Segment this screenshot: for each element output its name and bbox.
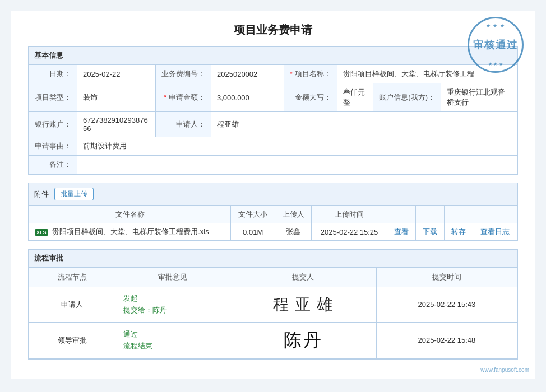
col-submitter: 提交人 (230, 268, 376, 287)
file-uploader: 张鑫 (275, 223, 312, 241)
opinion-line1: 通过 (123, 329, 221, 340)
attachment-table: 文件名称 文件大小 上传人 上传时间 XLS 贵阳项目样板间、大堂、电梯厅装修工… (29, 206, 517, 241)
bank-account-label: 银行账户： (29, 112, 77, 137)
process-opinion: 通过 流程结束 (115, 322, 230, 358)
col-filesize: 文件大小 (231, 206, 275, 223)
col-uploader: 上传人 (275, 206, 312, 223)
batch-upload-button[interactable]: 批量上传 (54, 188, 94, 200)
file-type-icon: XLS (35, 229, 48, 236)
date-label: 日期： (29, 65, 77, 83)
process-opinion: 发起 提交给：陈丹 (115, 287, 230, 323)
process-signature: 程 亚 雄 (230, 287, 376, 323)
col-filename: 文件名称 (29, 206, 231, 223)
file-save-link[interactable]: 转存 (444, 223, 473, 241)
col-submit-time: 提交时间 (376, 268, 517, 287)
amount-label: * 申请金额： (156, 83, 211, 112)
amount-big-value: 叁仟元整 (337, 83, 373, 112)
applicant-value: 程亚雄 (211, 112, 284, 137)
applicant-label: 申请人： (156, 112, 211, 137)
col-action1 (387, 206, 415, 223)
stamp-stars-bottom: ★ ★ ★ (488, 62, 502, 67)
col-opinion: 审批意见 (115, 268, 230, 287)
col-upload-time: 上传时间 (312, 206, 387, 223)
file-log-link[interactable]: 查看日志 (473, 223, 517, 241)
col-action3 (444, 206, 473, 223)
process-node: 领导审批 (29, 322, 115, 358)
project-type-value: 装饰 (77, 83, 156, 112)
amount-big-label: 金额大写： (284, 83, 337, 112)
opinion-line2: 提交给：陈丹 (123, 305, 221, 316)
process-header-row: 流程节点 审批意见 提交人 提交时间 (29, 268, 517, 287)
file-download-link[interactable]: 下载 (415, 223, 444, 241)
process-row: 领导审批 通过 流程结束 陈丹 2025-02-22 15:48 (29, 322, 517, 358)
process-node: 申请人 (29, 287, 115, 323)
date-value: 2025-02-22 (77, 65, 156, 83)
attachment-section: 附件 批量上传 文件名称 文件大小 上传人 上传时间 XLS (28, 183, 518, 241)
signature-text: 程 亚 雄 (238, 295, 368, 314)
empty-cell (284, 112, 517, 137)
file-name-cell: XLS 贵阳项目样板间、大堂、电梯厅装修工程费用.xls (29, 223, 231, 241)
biz-code-value: 2025020002 (211, 65, 284, 83)
reason-value: 前期设计费用 (77, 137, 517, 156)
table-header-row: 文件名称 文件大小 上传人 上传时间 (29, 206, 517, 223)
table-row: 银行账户： 672738291029387656 申请人： 程亚雄 (29, 112, 517, 137)
account-info-value: 重庆银行江北观音桥支行 (441, 83, 517, 112)
attachment-label: 附件 (34, 189, 49, 199)
stamp-text-main: 审核通过 (473, 38, 518, 52)
col-action2 (415, 206, 444, 223)
table-row: 日期： 2025-02-22 业务费编号： 2025020002 * 项目名称：… (29, 65, 517, 83)
process-signature: 陈丹 (230, 322, 376, 358)
file-view-link[interactable]: 查看 (387, 223, 415, 241)
watermark: www.fanpusoft.com (480, 367, 529, 373)
file-name: 贵阳项目样板间、大堂、电梯厅装修工程费用.xls (52, 227, 209, 236)
process-submit-time: 2025-02-22 15:43 (376, 287, 517, 323)
remark-value (77, 156, 517, 174)
page-container: ★ ★ ★ 审核通过 ★ ★ ★ 项目业务费申请 基本信息 日期： 2025-0… (11, 11, 535, 379)
process-section: 流程审批 流程节点 审批意见 提交人 提交时间 申请人 发起 提交给：陈丹 程 … (28, 249, 518, 360)
opinion-line1: 发起 (123, 293, 221, 305)
table-row: 项目类型： 装饰 * 申请金额： 3,000.000 金额大写： 叁仟元整 账户… (29, 83, 517, 112)
remark-label: 备注： (29, 156, 77, 174)
basic-info-table: 日期： 2025-02-22 业务费编号： 2025020002 * 项目名称：… (29, 64, 517, 174)
process-submit-time: 2025-02-22 15:48 (376, 322, 517, 358)
basic-info-header: 基本信息 (29, 47, 517, 64)
col-node: 流程节点 (29, 268, 115, 287)
project-name-label: * 项目名称： (284, 65, 337, 83)
file-upload-time: 2025-02-22 15:25 (312, 223, 387, 241)
project-type-label: 项目类型： (29, 83, 77, 112)
stamp-stars-top: ★ ★ ★ (486, 23, 505, 29)
amount-value: 3,000.000 (211, 83, 284, 112)
signature-text: 陈丹 (238, 328, 368, 353)
approval-stamp: ★ ★ ★ 审核通过 ★ ★ ★ (468, 17, 524, 73)
biz-code-label: 业务费编号： (156, 65, 211, 83)
table-row: 备注： (29, 156, 517, 174)
page-title: 项目业务费申请 (28, 22, 518, 38)
reason-label: 申请事由： (29, 137, 77, 156)
table-row: 申请事由： 前期设计费用 (29, 137, 517, 156)
attachment-header: 附件 批量上传 (29, 183, 517, 206)
attach-row: XLS 贵阳项目样板间、大堂、电梯厅装修工程费用.xls 0.01M 张鑫 20… (29, 223, 517, 241)
file-size: 0.01M (231, 223, 275, 241)
col-action4 (473, 206, 517, 223)
process-table: 流程节点 审批意见 提交人 提交时间 申请人 发起 提交给：陈丹 程 亚 雄 2… (29, 267, 517, 359)
opinion-line2: 流程结束 (123, 340, 221, 352)
basic-info-section: 基本信息 日期： 2025-02-22 业务费编号： 2025020002 * … (28, 46, 518, 175)
account-info-label: 账户信息(我方)： (373, 83, 441, 112)
bank-account-value: 672738291029387656 (77, 112, 156, 137)
process-header: 流程审批 (29, 250, 517, 267)
process-row: 申请人 发起 提交给：陈丹 程 亚 雄 2025-02-22 15:43 (29, 287, 517, 323)
